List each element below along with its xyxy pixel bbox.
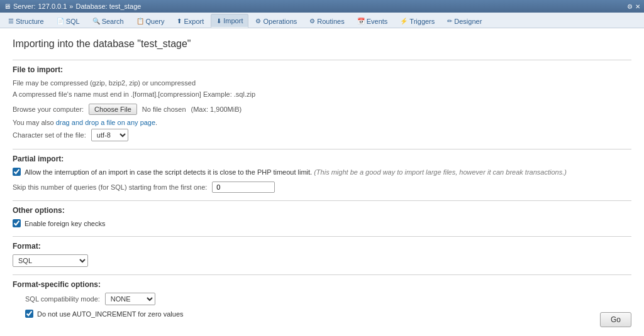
close-icon[interactable]: ✕ [635, 3, 640, 10]
choose-file-button[interactable]: Choose File [89, 104, 137, 115]
separator: » [69, 3, 73, 10]
foreign-key-row: Enable foreign key checks [13, 219, 631, 229]
skip-label: Skip this number of queries (for SQL) st… [13, 183, 207, 191]
tab-routines[interactable]: ⚙ Routines [304, 14, 350, 28]
tab-triggers-label: Triggers [409, 18, 435, 25]
tab-designer[interactable]: ✏ Designer [441, 14, 487, 28]
operations-icon: ⚙ [255, 18, 261, 24]
auto-increment-row: Do not use AUTO_INCREMENT for zero value… [25, 309, 631, 320]
triggers-icon: ⚡ [400, 18, 408, 24]
query-icon: 📋 [136, 18, 144, 24]
other-options-label: Other options: [13, 206, 631, 215]
browse-label: Browse your computer: [13, 106, 84, 113]
search-icon: 🔍 [92, 18, 100, 24]
sql-compat-select[interactable]: NONE ANSI DB2 MAXDB MYSQL323 MYSQL40 MSS… [105, 293, 155, 305]
auto-increment-label: Do not use AUTO_INCREMENT for zero value… [37, 309, 184, 320]
export-icon: ⬆ [177, 18, 182, 24]
tab-search[interactable]: 🔍 Search [87, 14, 130, 28]
charset-select[interactable]: utf-8 latin1 utf-16 ascii [91, 129, 128, 141]
tab-search-label: Search [102, 18, 124, 25]
tab-import[interactable]: ⬇ Import [211, 14, 248, 28]
allow-interruption-text: Allow the interruption of an import in c… [25, 167, 567, 178]
format-select[interactable]: SQL CSV CSV using LOAD DATA MediaWiki Ta… [13, 254, 88, 267]
title-bar-left: 🖥 Server: 127.0.0.1 » Database: test_sta… [4, 3, 141, 10]
file-to-import-section: File to import: File may be compressed (… [13, 60, 631, 141]
title-bar: 🖥 Server: 127.0.0.1 » Database: test_sta… [0, 0, 644, 13]
format-section: Format: SQL CSV CSV using LOAD DATA Medi… [13, 236, 631, 267]
page-title: Importing into the database "test_stage" [13, 38, 631, 50]
skip-input[interactable] [212, 182, 275, 193]
drag-drop-link[interactable]: drag and drop a file on any page [56, 119, 155, 126]
go-button[interactable]: Go [600, 312, 631, 327]
partial-import-label: Partial import: [13, 154, 631, 163]
compressed-name-note: A compressed file's name must end in .[f… [13, 89, 631, 100]
charset-row: Character set of the file: utf-8 latin1 … [13, 129, 631, 141]
other-options-section: Other options: Enable foreign key checks [13, 200, 631, 229]
max-size-text: (Max: 1,900MiB) [191, 106, 242, 113]
browse-row: Browse your computer: Choose File No fil… [13, 104, 631, 115]
db-label: Database: test_stage [75, 3, 141, 10]
no-file-text: No file chosen [142, 106, 186, 113]
sql-compat-label: SQL compatibility mode: [25, 295, 100, 303]
auto-increment-checkbox[interactable] [25, 310, 33, 318]
designer-icon: ✏ [447, 18, 452, 24]
foreign-key-checkbox[interactable] [13, 219, 21, 227]
nav-tabs: ☰ Structure 📄 SQL 🔍 Search 📋 Query ⬆ Exp… [0, 13, 644, 28]
tab-export[interactable]: ⬆ Export [171, 14, 209, 28]
partial-import-section: Partial import: Allow the interruption o… [13, 149, 631, 193]
tab-designer-label: Designer [454, 18, 482, 25]
main-content: Importing into the database "test_stage"… [0, 28, 644, 336]
skip-row: Skip this number of queries (for SQL) st… [13, 182, 631, 193]
tab-structure[interactable]: ☰ Structure [3, 14, 50, 28]
format-specific-section: Format-specific options: SQL compatibili… [13, 274, 631, 320]
server-label: Server: [13, 3, 35, 10]
compressed-note: File may be compressed (gzip, bzip2, zip… [13, 78, 631, 89]
tab-operations-label: Operations [263, 18, 297, 25]
tab-import-label: Import [223, 17, 243, 24]
tab-events[interactable]: 📅 Events [352, 14, 394, 28]
tab-operations[interactable]: ⚙ Operations [250, 14, 303, 28]
sql-compat-row: SQL compatibility mode: NONE ANSI DB2 MA… [25, 293, 631, 305]
allow-interruption-row: Allow the interruption of an import in c… [13, 167, 631, 178]
routines-icon: ⚙ [309, 18, 315, 24]
tab-routines-label: Routines [317, 18, 344, 25]
server-icon: 🖥 [4, 3, 11, 10]
allow-interruption-blue: it is close to the PHP timeout limit. [208, 168, 312, 176]
sql-icon: 📄 [57, 18, 64, 24]
tab-query[interactable]: 📋 Query [131, 14, 170, 28]
allow-interruption-italic: (This might be a good way to import larg… [314, 168, 567, 176]
allow-interruption-checkbox[interactable] [13, 168, 21, 176]
format-specific-label: Format-specific options: [13, 280, 631, 289]
events-icon: 📅 [357, 18, 365, 24]
structure-icon: ☰ [8, 18, 14, 24]
tab-sql-label: SQL [66, 18, 80, 25]
tab-sql[interactable]: 📄 SQL [51, 14, 86, 28]
tab-events-label: Events [367, 18, 388, 25]
format-select-row: SQL CSV CSV using LOAD DATA MediaWiki Ta… [13, 254, 631, 267]
settings-icon[interactable]: ⚙ [627, 3, 633, 10]
format-label: Format: [13, 242, 631, 251]
drag-drop-text: You may also drag and drop a file on any… [13, 119, 631, 126]
charset-label: Character set of the file: [13, 131, 86, 139]
file-to-import-label: File to import: [13, 65, 631, 74]
tab-query-label: Query [146, 18, 165, 25]
tab-triggers[interactable]: ⚡ Triggers [394, 14, 440, 28]
tab-export-label: Export [184, 18, 204, 25]
title-bar-icons: ⚙ ✕ [627, 3, 640, 10]
server-address: 127.0.0.1 [38, 3, 67, 10]
tab-structure-label: Structure [16, 18, 44, 25]
foreign-key-label: Enable foreign key checks [25, 219, 105, 229]
import-icon: ⬇ [216, 18, 221, 24]
